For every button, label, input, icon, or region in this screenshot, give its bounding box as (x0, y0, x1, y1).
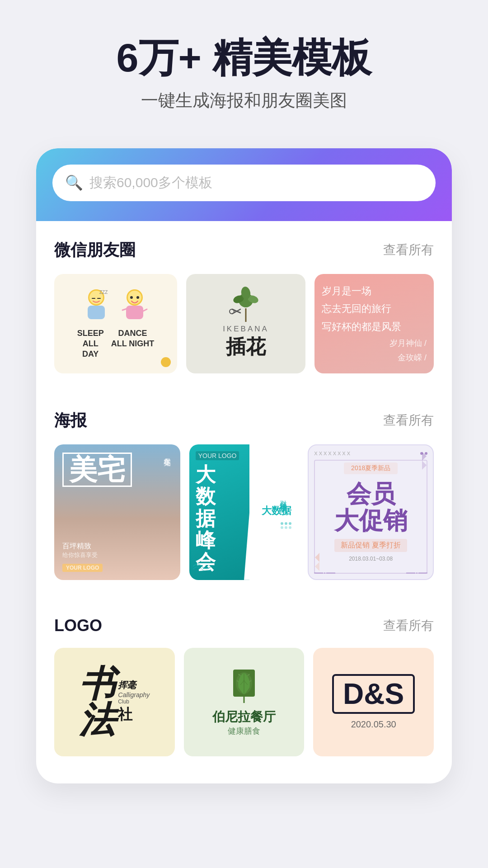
calligraphy-big-char: 书法 (79, 666, 115, 738)
app-card: 🔍 搜索60,000多个模板 微信朋友圈 查看所有 (36, 148, 452, 783)
bigdata-right: 引领科技潮流 大数据 (244, 444, 299, 580)
logo-section-title: LOGO (54, 616, 102, 635)
calligraphy-logo: 书法 挥毫 Calligraphy Club 社 (79, 666, 150, 738)
member-deco-bottom (314, 572, 427, 574)
svg-point-13 (136, 296, 139, 299)
wechat-section-title: 微信朋友圈 (54, 239, 136, 261)
svg-point-12 (130, 296, 133, 299)
svg-point-11 (128, 291, 141, 304)
poster-section-header: 海报 查看所有 (54, 410, 434, 432)
restaurant-sub: 健康膳食 (212, 726, 276, 736)
wechat-card-poem[interactable]: 岁月是一场 忘去无回的旅行 写好杯的都是风景 岁月神仙 / 金玫嵘 / (314, 274, 434, 373)
svg-marker-25 (422, 452, 427, 461)
sleep-dance-labels: SLEEP ALL DAY DANCE ALL NIGHT (77, 328, 155, 360)
svg-marker-27 (315, 553, 319, 562)
bigdata-logo: YOUR LOGO (196, 451, 239, 460)
ikebana-en: IKEBANA (223, 325, 269, 334)
sleeping-figure-icon: ZZZ (80, 288, 113, 324)
wechat-card-ikebana[interactable]: IKEBANA 插花 (186, 274, 305, 373)
logo-section-header: LOGO 查看所有 (54, 616, 434, 635)
flower-icon (228, 287, 264, 323)
svg-rect-7 (88, 306, 105, 319)
wechat-section: 微信朋友圈 查看所有 ZZZ (36, 221, 452, 382)
realestate-footer: 百坪精致 给你惊喜享受 YOUR LOGO (62, 514, 172, 572)
calligraphy-swing-char: 挥毫 (118, 679, 150, 691)
logo-card-ds[interactable]: D&S 2020.05.30 (313, 648, 434, 756)
hero-title: 6万+ 精美模板 (27, 36, 461, 80)
bigdata-left: YOUR LOGO 大数据峰会 (189, 444, 249, 580)
ikebana-zh: 插花 (226, 334, 266, 360)
logo-section: LOGO 查看所有 书法 挥毫 Calligraphy Club 社 (36, 598, 452, 765)
member-main: 会员 大促销 (334, 481, 408, 534)
realestate-top: 美宅 尽美在宅 (62, 453, 172, 487)
calligraphy-en: Calligraphy (118, 691, 150, 698)
member-sub: 新品促销 夏季打折 (334, 539, 407, 552)
poem-text: 岁月是一场 忘去无回的旅行 写好杯的都是风景 (322, 282, 427, 336)
calligraphy-club-zh: 社 (118, 705, 150, 725)
poster-view-all[interactable]: 查看所有 (383, 412, 434, 429)
svg-marker-26 (422, 461, 427, 470)
badge-icon (161, 357, 171, 367)
search-header: 🔍 搜索60,000多个模板 (36, 148, 452, 221)
logo-cards-row: 书法 挥毫 Calligraphy Club 社 (54, 648, 434, 756)
bigdata-wave (193, 562, 211, 573)
search-bar[interactable]: 🔍 搜索60,000多个模板 (52, 165, 436, 201)
poster-cards-row: 美宅 尽美在宅 百坪精致 给你惊喜享受 YOUR LOGO YOUR LOGO … (54, 444, 434, 580)
realestate-main: 美宅 (62, 453, 132, 487)
member-deco-top: XXXXXXXX (314, 451, 427, 456)
leaf-icon (230, 668, 258, 704)
leaf-container (230, 668, 258, 704)
restaurant-logo: 伯尼拉餐厅 健康膳食 (212, 668, 276, 736)
dance-label: DANCE ALL NIGHT (111, 328, 155, 349)
calligraphy-club-en: Club (118, 698, 150, 705)
poem-footer: 岁月神仙 / 金玫嵘 / (322, 336, 427, 365)
wechat-section-header: 微信朋友圈 查看所有 (54, 239, 434, 261)
ds-main-logo: D&S (332, 674, 415, 714)
logo-card-restaurant[interactable]: 伯尼拉餐厅 健康膳食 (184, 648, 305, 756)
poster-card-bigdata[interactable]: YOUR LOGO 大数据峰会 引领科技潮流 大数据 (189, 444, 299, 580)
wechat-cards-row: ZZZ (54, 274, 434, 373)
deco-triangle-left (315, 553, 324, 573)
search-icon: 🔍 (65, 174, 83, 191)
ds-date: 2020.05.30 (351, 719, 396, 730)
deco-triangle-right (418, 452, 427, 472)
wechat-card-sleep-dance[interactable]: ZZZ (54, 274, 177, 373)
search-placeholder-text: 搜索60,000多个模板 (89, 174, 212, 192)
member-badge: 2018夏季新品 (344, 462, 398, 474)
poster-card-member[interactable]: XXXXXXXX 2018夏季新品 会员 大促销 新品促销 夏季打折 2018.… (308, 444, 434, 580)
svg-marker-28 (315, 562, 319, 571)
logo-view-all[interactable]: 查看所有 (383, 617, 434, 634)
restaurant-name: 伯尼拉餐厅 (212, 708, 276, 726)
svg-point-24 (230, 309, 234, 314)
cartoon-figures: ZZZ (80, 288, 152, 324)
hero-subtitle: 一键生成海报和朋友圈美图 (27, 89, 461, 112)
logo-card-calligraphy[interactable]: 书法 挥毫 Calligraphy Club 社 (54, 648, 175, 756)
poster-section-title: 海报 (54, 410, 87, 432)
wechat-view-all[interactable]: 查看所有 (383, 241, 434, 259)
poster-card-realestate[interactable]: 美宅 尽美在宅 百坪精致 给你惊喜享受 YOUR LOGO (54, 444, 180, 580)
bigdata-title: 大数据峰会 (196, 464, 243, 573)
poster-section: 海报 查看所有 美宅 尽美在宅 百坪精致 给你惊喜享受 YOUR LOGO (36, 392, 452, 589)
dancing-figure-icon (118, 288, 152, 324)
sleep-label: SLEEP ALL DAY (77, 328, 104, 360)
member-date: 2018.03.01~03.08 (349, 556, 393, 562)
hero-section: 6万+ 精美模板 一键生成海报和朋友圈美图 (0, 0, 488, 130)
svg-text:ZZZ: ZZZ (99, 290, 108, 295)
